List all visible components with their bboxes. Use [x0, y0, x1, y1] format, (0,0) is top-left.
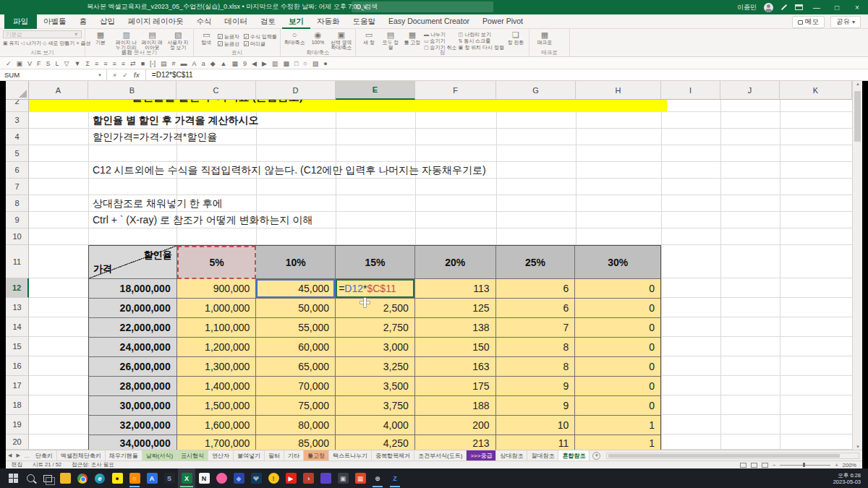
sheet-tab-연산자[interactable]: 연산자 [208, 450, 234, 461]
file-explorer-icon[interactable] [56, 468, 74, 488]
zoom-in-button[interactable]: + [835, 462, 838, 468]
sheet-nav-right-icon[interactable]: ▶ [14, 453, 22, 458]
notion-icon[interactable]: N [195, 468, 213, 488]
row-header-2[interactable]: 2 [6, 100, 29, 112]
value-cell[interactable]: 1 [575, 435, 660, 450]
price-cell[interactable]: 30,000,000 [89, 396, 177, 416]
editing-cell-E12[interactable]: =D12*$C$11 [336, 279, 415, 299]
ribbon-tab-홈[interactable]: 홈 [73, 14, 94, 29]
comma-style-icon[interactable]: 9 [243, 60, 247, 67]
value-cell[interactable]: 150 [415, 338, 496, 357]
add-sheet-button[interactable]: + [592, 452, 600, 460]
app-blue-a-icon[interactable]: A [143, 468, 161, 488]
cell-note-row-9[interactable]: Ctrl + ` (X-ray) 로 참조가 어떻게 변화하는지 이해 [93, 212, 313, 228]
formula-input[interactable]: =D12*$C$11 [146, 71, 193, 79]
value-cell[interactable]: 1,100,000 [177, 318, 257, 338]
search-small-icon[interactable]: ○ [303, 60, 307, 67]
row-header-6[interactable]: 6 [6, 162, 29, 179]
normal-view-icon[interactable] [740, 463, 746, 468]
close-button[interactable]: × [851, 4, 864, 12]
value-cell[interactable]: 125 [415, 299, 496, 318]
chrome-icon[interactable] [74, 468, 91, 488]
sheet-tab-조건부서식(도트)[interactable]: 조건부서식(도트) [414, 450, 467, 461]
ribbon-button-페이지 레이아웃[interactable]: ▤페이지 레이아웃 [140, 30, 165, 50]
sheet-tab-붙여넣기[interactable]: 붙여넣기 [234, 450, 265, 461]
cell-note-row-3[interactable]: 할인율 별 할인 후 가격을 계산하시오 [93, 112, 258, 129]
ribbon-button-새 창[interactable]: ▭새 창 [359, 30, 379, 50]
row-header-14[interactable]: 14 [6, 317, 29, 337]
value-cell[interactable]: 3,000 [336, 338, 415, 357]
value-cell[interactable]: 3,250 [336, 357, 415, 377]
column-header-C[interactable]: C [176, 81, 256, 100]
corner-header-cell[interactable]: 할인율가격 [89, 246, 177, 279]
sheet-tab-혼합참조[interactable]: 혼합참조 [558, 450, 590, 461]
value-cell[interactable]: 1,000,000 [177, 299, 257, 318]
copy-icon[interactable]: ▣ [17, 60, 23, 67]
autosum-icon[interactable]: Σ [85, 60, 90, 67]
share-button[interactable]: 공유 ▾ [830, 16, 861, 28]
value-cell[interactable]: 9 [496, 377, 576, 396]
ribbon-button-페이지 나누기 미리 보기[interactable]: ▥페이지 나누기 미리 보기 [114, 30, 139, 50]
row-header-19[interactable]: 19 [6, 415, 29, 435]
value-cell[interactable]: 2,750 [336, 318, 415, 338]
ribbon-tab-검토[interactable]: 검토 [254, 14, 282, 29]
sheet-tab-상대참조[interactable]: 상대참조 [496, 450, 527, 461]
accessibility-label[interactable]: 접근성: 조사 필요 [72, 461, 114, 468]
font-shrink-icon[interactable]: a [202, 60, 205, 67]
value-cell[interactable]: 1,300,000 [177, 357, 257, 377]
price-cell[interactable]: 20,000,000 [89, 299, 177, 318]
row-header-4[interactable]: 4 [6, 129, 29, 145]
value-cell[interactable]: 200 [415, 416, 496, 435]
align-left-icon[interactable]: ≡ [95, 60, 98, 67]
fill-color-icon[interactable]: ◆ [210, 60, 216, 67]
rate-header-30%[interactable]: 30% [575, 246, 660, 279]
value-cell[interactable]: 7 [496, 318, 576, 338]
sheet-tab-틀고정[interactable]: 틀고정 [304, 450, 329, 461]
column-header-I[interactable]: I [661, 81, 720, 100]
ribbon-tab-도움말[interactable]: 도움말 [346, 14, 382, 29]
ribbon-tab-페이지 레이아웃[interactable]: 페이지 레이아웃 [122, 14, 190, 29]
indent-right-icon[interactable]: ▶ [262, 60, 267, 67]
name-box[interactable]: SUM▼ [0, 69, 107, 80]
value-cell[interactable]: 213 [415, 435, 496, 450]
value-cell[interactable]: 80,000 [256, 416, 336, 435]
search-input[interactable]: 검색 [352, 1, 493, 12]
value-cell[interactable]: 0 [575, 357, 660, 377]
column-header-A[interactable]: A [29, 81, 88, 100]
value-cell[interactable]: 163 [415, 357, 496, 377]
taskbar-search-button[interactable] [22, 468, 39, 488]
borders-icon[interactable]: ▦ [231, 60, 238, 67]
row-header-12[interactable]: 12 [6, 278, 29, 298]
format-painter-icon[interactable]: ✓ [6, 60, 12, 67]
column-header-F[interactable]: F [415, 81, 496, 100]
ribbon-tab-아벨툴[interactable]: 아벨툴 [37, 14, 73, 29]
row-header-18[interactable]: 18 [6, 395, 29, 415]
value-cell[interactable]: 60,000 [256, 338, 336, 357]
value-cell[interactable]: 1,600,000 [177, 416, 257, 435]
row-header-16[interactable]: 16 [6, 356, 29, 376]
value-cell[interactable]: 175 [415, 377, 496, 396]
zoom-level[interactable]: 200% [843, 462, 856, 468]
row-header-10[interactable]: 10 [6, 228, 29, 245]
v-icon[interactable]: V [27, 60, 32, 67]
value-cell[interactable]: 75,000 [256, 396, 336, 416]
value-cell[interactable]: 0 [575, 318, 660, 338]
cell-note-row-8[interactable]: 상대참조로 채워넣기 한 후에 [93, 195, 223, 212]
row-header-7[interactable]: 7 [6, 179, 29, 195]
value-cell[interactable]: 6 [496, 299, 576, 318]
select-all-corner[interactable] [6, 81, 29, 100]
scroll-down-icon[interactable]: ▼ [853, 445, 863, 449]
price-cell[interactable]: 32,000,000 [89, 416, 177, 435]
page-layout-view-icon[interactable] [751, 463, 757, 468]
image-icon[interactable]: ■ [141, 60, 145, 67]
value-cell[interactable]: 0 [575, 299, 660, 318]
value-cell[interactable]: 1,400,000 [177, 377, 257, 396]
column-header-K[interactable]: K [780, 81, 852, 100]
app-z-icon[interactable]: Z [386, 468, 404, 488]
sheet-tab-필터[interactable]: 필터 [265, 450, 284, 461]
s-icon[interactable]: S [46, 60, 51, 67]
value-cell[interactable]: 3,500 [336, 377, 415, 396]
sheet-icon[interactable]: ▧ [312, 60, 319, 67]
ribbon-button-창 전환[interactable]: ❏창 전환 [506, 30, 526, 50]
ribbon-tab-수식[interactable]: 수식 [190, 14, 218, 29]
